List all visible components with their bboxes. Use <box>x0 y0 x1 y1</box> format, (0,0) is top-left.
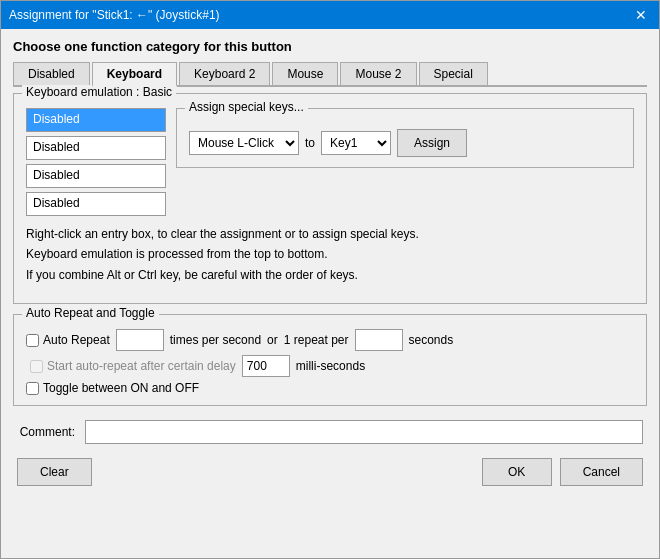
keyboard-basic-content: Disabled Disabled Disabled Disabled Assi… <box>26 108 634 216</box>
comment-input[interactable] <box>85 420 643 444</box>
auto-repeat-checkbox-label[interactable]: Auto Repeat <box>26 333 110 347</box>
info-line-1: Right-click an entry box, to clear the a… <box>26 224 634 244</box>
tab-keyboard[interactable]: Keyboard <box>92 62 177 87</box>
footer-right: OK Cancel <box>482 458 643 486</box>
tab-bar: Disabled Keyboard Keyboard 2 Mouse Mouse… <box>13 62 647 87</box>
delay-label-text: Start auto-repeat after certain delay <box>47 359 236 373</box>
times-per-second-input[interactable] <box>116 329 164 351</box>
content-area: Choose one function category for this bu… <box>1 29 659 558</box>
key-entry-2[interactable]: Disabled <box>26 164 166 188</box>
assign-row: Mouse L-Click to Key1 Assign <box>189 129 621 157</box>
delay-checkbox[interactable] <box>30 360 43 373</box>
auto-repeat-group: Auto Repeat and Toggle Auto Repeat times… <box>13 314 647 406</box>
key-entry-1[interactable]: Disabled <box>26 136 166 160</box>
key-entry-0[interactable]: Disabled <box>26 108 166 132</box>
auto-repeat-checkbox[interactable] <box>26 334 39 347</box>
milli-seconds-label: milli-seconds <box>296 359 365 373</box>
source-select[interactable]: Mouse L-Click <box>189 131 299 155</box>
cancel-button[interactable]: Cancel <box>560 458 643 486</box>
delay-value-input[interactable] <box>242 355 290 377</box>
window-title: Assignment for "Stick1: ←" (Joystick#1) <box>9 8 220 22</box>
assign-special-label: Assign special keys... <box>185 100 308 114</box>
ok-button[interactable]: OK <box>482 458 552 486</box>
key-entry-list: Disabled Disabled Disabled Disabled <box>26 108 166 216</box>
clear-button[interactable]: Clear <box>17 458 92 486</box>
info-line-2: Keyboard emulation is processed from the… <box>26 244 634 264</box>
assign-special-box: Assign special keys... Mouse L-Click to … <box>176 108 634 168</box>
toggle-row: Toggle between ON and OFF <box>26 381 634 395</box>
comment-label: Comment: <box>17 425 75 439</box>
auto-repeat-group-label: Auto Repeat and Toggle <box>22 306 159 320</box>
tab-disabled[interactable]: Disabled <box>13 62 90 85</box>
keyboard-basic-label: Keyboard emulation : Basic <box>22 85 176 99</box>
title-bar: Assignment for "Stick1: ←" (Joystick#1) … <box>1 1 659 29</box>
key-entry-3[interactable]: Disabled <box>26 192 166 216</box>
main-window: Assignment for "Stick1: ←" (Joystick#1) … <box>0 0 660 559</box>
auto-repeat-row: Auto Repeat times per second or 1 repeat… <box>26 329 634 351</box>
delay-checkbox-label[interactable]: Start auto-repeat after certain delay <box>30 359 236 373</box>
tab-special[interactable]: Special <box>419 62 488 85</box>
footer-row: Clear OK Cancel <box>13 458 647 486</box>
close-button[interactable]: ✕ <box>631 5 651 25</box>
delay-row: Start auto-repeat after certain delay mi… <box>26 355 634 377</box>
toggle-checkbox[interactable] <box>26 382 39 395</box>
times-per-second-label: times per second <box>170 333 261 347</box>
repeat-per-label: 1 repeat per <box>284 333 349 347</box>
comment-row: Comment: <box>13 420 647 444</box>
tab-keyboard2[interactable]: Keyboard 2 <box>179 62 270 85</box>
to-label: to <box>305 136 315 150</box>
seconds-input[interactable] <box>355 329 403 351</box>
main-heading: Choose one function category for this bu… <box>13 39 647 54</box>
tab-mouse[interactable]: Mouse <box>272 62 338 85</box>
toggle-label-text: Toggle between ON and OFF <box>43 381 199 395</box>
seconds-label: seconds <box>409 333 454 347</box>
keyboard-basic-group: Keyboard emulation : Basic Disabled Disa… <box>13 93 647 304</box>
tab-mouse2[interactable]: Mouse 2 <box>340 62 416 85</box>
or-label: or <box>267 333 278 347</box>
key-select[interactable]: Key1 <box>321 131 391 155</box>
toggle-checkbox-label[interactable]: Toggle between ON and OFF <box>26 381 199 395</box>
auto-repeat-label-text: Auto Repeat <box>43 333 110 347</box>
info-line-3: If you combine Alt or Ctrl key, be caref… <box>26 265 634 285</box>
assign-button[interactable]: Assign <box>397 129 467 157</box>
info-section: Right-click an entry box, to clear the a… <box>26 216 634 293</box>
